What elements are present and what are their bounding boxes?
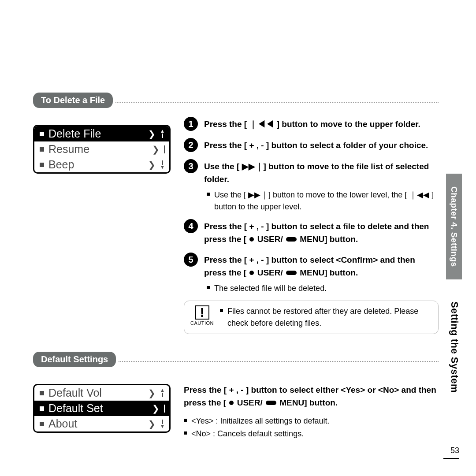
page-number-rule	[443, 458, 459, 459]
step-text: Press the [ + , - ] button to select a f…	[204, 138, 428, 152]
step-text: Press the [ ｜◀◀ ] button to move to the …	[204, 117, 420, 131]
step-3: 3 Use the [ ▶▶｜] button to move to the f…	[184, 159, 439, 186]
caution-text: Files cannot be restored after they are …	[227, 305, 432, 329]
device-screen-default: Default Vol ❯ ▲ Default Set ❯ About ❯	[33, 384, 171, 433]
divider	[119, 357, 439, 362]
step-number-badge: 4	[184, 219, 198, 233]
sub-text: <No> : Cancels default settings.	[191, 428, 304, 440]
square-bullet-icon	[184, 419, 187, 422]
square-bullet-icon	[207, 193, 210, 196]
section-title-vertical: Setting the System	[449, 301, 460, 393]
default-main-text: Press the [ + , - ] button to select eit…	[184, 376, 439, 409]
scroll-indicator-icon: ▲	[160, 389, 165, 397]
scroll-indicator-icon: ▼	[160, 160, 165, 169]
record-dot-icon	[249, 271, 254, 275]
scroll-indicator-icon: ▼	[160, 420, 165, 428]
screen-item-label: Default Vol	[48, 387, 148, 399]
chevron-right-icon: ❯	[148, 160, 156, 170]
step-text: Press the [ + , - ] button to select a f…	[204, 219, 439, 245]
step-1: 1 Press the [ ｜◀◀ ] button to move to th…	[184, 117, 439, 131]
chevron-right-icon: ❯	[152, 144, 160, 155]
step-number-badge: 5	[184, 253, 198, 267]
caution-icon: ! CAUTION	[190, 305, 214, 326]
screen-item-label: Beep	[48, 158, 148, 171]
sub-text: The selected file will be deleted.	[214, 283, 327, 294]
screen-item-delete-file: Delete File ❯ ▲	[34, 126, 169, 141]
heading-default-settings: Default Settings	[33, 352, 116, 367]
device-screen-delete: Delete File ❯ ▲ Resume ❯ Beep ❯ ▼	[33, 125, 171, 174]
step-5-sublist: The selected file will be deleted.	[207, 283, 439, 294]
step-text-part: USER/	[255, 234, 285, 244]
step-text: Use the [ ▶▶｜] button to move to the fil…	[204, 159, 439, 186]
record-dot-icon	[229, 401, 234, 405]
chevron-right-icon: ❯	[148, 129, 156, 139]
step-5: 5 Press the [ + , - ] button to select <…	[184, 253, 439, 279]
caution-label: CAUTION	[190, 320, 214, 326]
text-part: USER/	[234, 398, 265, 407]
screen-item-about: About ❯ ▼	[34, 416, 169, 431]
step-text-part: USER/	[255, 268, 285, 277]
screen-item-label: Delete File	[48, 127, 148, 140]
square-bullet-icon	[220, 309, 223, 312]
bullet-icon	[40, 391, 44, 395]
screen-item-label: Default Set	[48, 402, 152, 415]
step-2: 2 Press the [ + , - ] button to select a…	[184, 138, 439, 152]
step-number-badge: 3	[184, 159, 198, 173]
bullet-icon	[40, 147, 44, 152]
menu-pill-icon	[266, 401, 276, 405]
step-4: 4 Press the [ + , - ] button to select a…	[184, 219, 439, 245]
chevron-right-icon: ❯	[148, 388, 156, 398]
step-3-sublist: Use the [ ▶▶｜] button to move to the low…	[207, 189, 439, 213]
bullet-icon	[40, 163, 44, 167]
sub-text: <Yes> : Initializes all settings to defa…	[191, 415, 330, 427]
sub-text: Use the [ ▶▶｜] button to move to the low…	[214, 189, 439, 213]
bullet-icon	[40, 132, 44, 136]
chevron-right-icon: ❯	[148, 419, 156, 429]
page-number-text: 53	[450, 446, 459, 455]
menu-pill-icon	[286, 237, 297, 242]
step-text-part: MENU] button.	[298, 234, 358, 244]
scroll-indicator-icon	[164, 405, 165, 413]
record-dot-icon	[249, 237, 254, 242]
step-text-part: MENU] button.	[298, 268, 358, 277]
chevron-right-icon: ❯	[152, 403, 160, 414]
caution-box: ! CAUTION Files cannot be restored after…	[184, 301, 439, 334]
screen-item-default-set: Default Set ❯	[34, 401, 169, 416]
divider	[115, 98, 439, 103]
bullet-icon	[40, 406, 44, 411]
text-part: MENU] button.	[277, 398, 338, 407]
scroll-indicator-icon: ▲	[160, 130, 165, 138]
step-text: Press the [ + , - ] button to select <Co…	[204, 253, 439, 279]
screen-item-default-vol: Default Vol ❯ ▲	[34, 385, 169, 401]
bullet-icon	[40, 422, 44, 426]
square-bullet-icon	[207, 286, 210, 289]
square-bullet-icon	[184, 431, 187, 435]
screen-item-label: About	[48, 417, 148, 430]
chapter-tab: Chapter 4. Settings	[446, 174, 462, 279]
screen-item-resume: Resume ❯	[34, 141, 169, 157]
step-number-badge: 1	[184, 117, 198, 131]
page-number: 53	[443, 446, 459, 459]
default-sublist: <Yes> : Initializes all settings to defa…	[184, 415, 439, 440]
heading-to-delete-file: To Delete a File	[33, 93, 113, 108]
screen-item-beep: Beep ❯ ▼	[34, 157, 169, 172]
menu-pill-icon	[286, 271, 297, 275]
screen-item-label: Resume	[48, 143, 152, 156]
step-number-badge: 2	[184, 138, 198, 152]
scroll-indicator-icon	[164, 145, 165, 153]
